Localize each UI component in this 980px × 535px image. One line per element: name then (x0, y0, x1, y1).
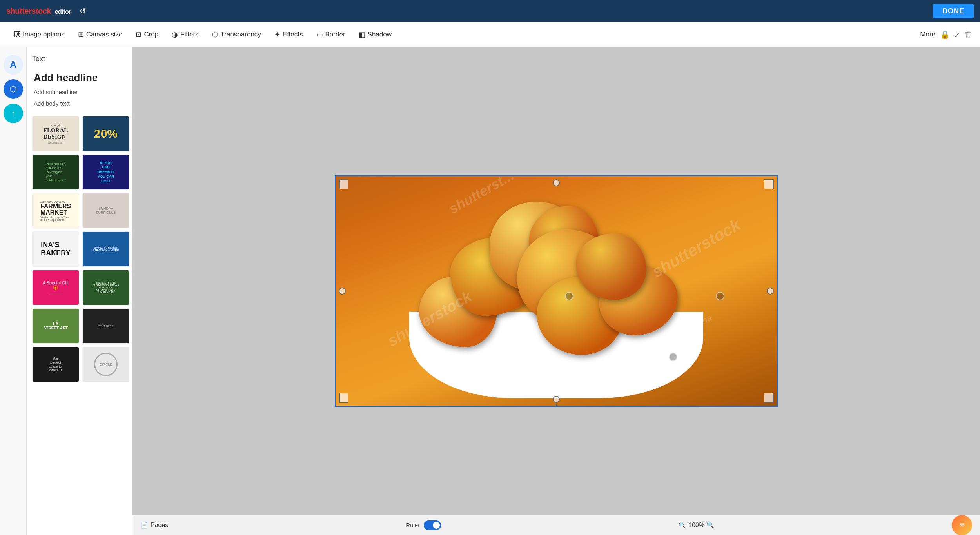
border-button[interactable]: ▭ Border (311, 27, 351, 42)
pages-icon: 📄 (140, 521, 148, 529)
template-percent[interactable]: 20% (82, 116, 129, 151)
toolbar: 🖼 Image options ⊞ Canvas size ⊡ Crop ◑ F… (0, 22, 980, 47)
sidebar-shapes-button[interactable]: ⬡ (4, 79, 23, 99)
transparency-button[interactable]: ⬡ Transparency (207, 27, 267, 42)
canvas-frame[interactable]: shutterst... shutterstock shutterstock s… (335, 175, 778, 407)
pages-label: Pages (151, 522, 168, 529)
effects-button[interactable]: ✦ Effects (269, 27, 309, 42)
top-bar: shutterstock editor ↺ DONE (0, 0, 980, 22)
crop-button[interactable]: ⊡ Crop (130, 27, 164, 42)
zoom-area: 🔍 100% 🔍 (679, 522, 714, 529)
text-panel: Text Add headline Add subheadline Add bo… (27, 47, 132, 535)
sidebar-text-button[interactable]: A (4, 55, 23, 75)
text-panel-title: Text (32, 55, 127, 63)
inner-handle-3 (669, 353, 677, 361)
bottom-resize-handle[interactable] (554, 404, 559, 407)
template-dark-stripes[interactable]: — — — — —TEXT HERE— — — — — (82, 308, 129, 344)
canvas-size-label: Canvas size (86, 31, 123, 38)
template-inas-bakery[interactable]: INA'SBAKERY (32, 231, 79, 267)
bottom-bar: 📄 Pages Ruler 🔍 100% 🔍 SS (132, 515, 980, 535)
done-button[interactable]: DONE (933, 4, 974, 18)
logo-area: shutterstock editor ↺ (6, 6, 86, 16)
border-icon: ▭ (316, 30, 323, 39)
canvas-size-icon: ⊞ (78, 30, 84, 39)
effects-label: Effects (283, 31, 303, 38)
add-headline-option[interactable]: Add headline (32, 69, 127, 86)
template-patio[interactable]: Patio Needs AMakeover?Re-imagineyouroutd… (32, 155, 79, 190)
shadow-icon: ◧ (359, 30, 365, 39)
template-small-biz[interactable]: SMALL BUSINESSSTRATEGY & MORE (82, 231, 129, 267)
fullscreen-icon[interactable]: ⤢ (954, 30, 960, 39)
image-options-label: Image options (23, 31, 65, 38)
inner-handle-2 (716, 292, 724, 300)
template-best[interactable]: THE BEST SMALLBUSINESS SOLUTIONSFOR EVER… (82, 270, 129, 305)
sidebar-left: A ⬡ ↑ (0, 47, 27, 535)
inner-handle-1 (565, 292, 573, 300)
lock-icon[interactable]: 🔒 (940, 30, 950, 39)
template-outline[interactable]: CIRCLE (82, 347, 129, 382)
shadow-label: Shadow (368, 31, 392, 38)
filters-button[interactable]: ◑ Filters (166, 27, 204, 42)
filters-label: Filters (180, 31, 198, 38)
sidebar-upload-button[interactable]: ↑ (4, 104, 23, 123)
effects-icon: ✦ (274, 30, 280, 39)
toolbar-action-icons: 🔒 ⤢ 🗑 (940, 30, 972, 39)
ruler-label: Ruler (406, 522, 420, 528)
canvas-area: shutterst... shutterstock shutterstock s… (132, 47, 980, 535)
zoom-in-icon[interactable]: 🔍 (706, 521, 715, 529)
logo-brand: shutterstock editor (6, 6, 71, 16)
filters-icon: ◑ (172, 30, 178, 39)
zoom-out-icon[interactable]: 🔍 (679, 522, 686, 529)
delete-icon[interactable]: 🗑 (964, 30, 972, 39)
ss-badge-area: SS (952, 515, 972, 535)
template-floral[interactable]: Example FLORALDESIGN website.com (32, 116, 79, 151)
ruler-area: Ruler (406, 520, 441, 530)
crop-icon: ⊡ (136, 30, 142, 39)
ss-badge-icon: SS (952, 515, 972, 535)
main-area: A ⬡ ↑ Text Add headline Add subheadline … (0, 47, 980, 535)
crop-label: Crop (144, 31, 158, 38)
pages-button[interactable]: 📄 Pages (140, 521, 168, 529)
image-options-button[interactable]: 🖼 Image options (8, 27, 70, 42)
template-grid: Example FLORALDESIGN website.com 20% Pat… (32, 116, 127, 382)
add-subheadline-option[interactable]: Add subheadline (32, 86, 127, 98)
template-dance[interactable]: theperfectplace todance is (32, 347, 79, 382)
template-gift[interactable]: A Special Gift🎁________ (32, 270, 79, 305)
add-body-text-option[interactable]: Add body text (32, 98, 127, 109)
more-button[interactable]: More (920, 31, 935, 38)
template-surf[interactable]: SUNDAYSURF CLUB (82, 193, 129, 228)
canvas-size-button[interactable]: ⊞ Canvas size (73, 27, 128, 42)
template-dream[interactable]: IF YOUCANDREAM ITYOU CANDO IT (82, 155, 129, 190)
image-options-icon: 🖼 (13, 30, 20, 38)
template-street-art[interactable]: LASTREET ART (32, 308, 79, 344)
toolbar-more: More 🔒 ⤢ 🗑 (920, 30, 972, 39)
border-label: Border (325, 31, 345, 38)
undo-button[interactable]: ↺ (80, 6, 86, 16)
zoom-value: 100% (688, 522, 704, 529)
transparency-icon: ⬡ (212, 30, 218, 39)
transparency-label: Transparency (221, 31, 261, 38)
template-farmers[interactable]: Eat Fresh. Buy local. FARMERSMARKET Wedn… (32, 193, 79, 228)
ruler-toggle[interactable] (424, 520, 441, 530)
shadow-button[interactable]: ◧ Shadow (353, 27, 397, 42)
canvas-background-image: shutterst... shutterstock shutterstock s… (336, 176, 777, 406)
